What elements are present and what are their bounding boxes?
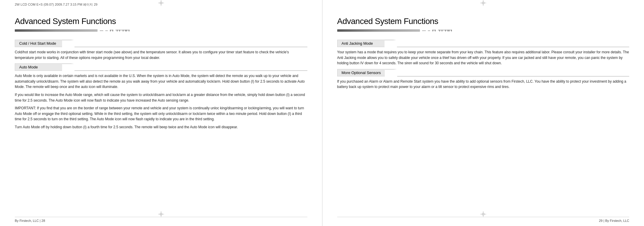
left-section2-line bbox=[74, 63, 307, 71]
rdot10 bbox=[439, 30, 440, 31]
dot8 bbox=[112, 30, 113, 31]
left-section1-header: Cold / Hot Start Mode bbox=[15, 40, 307, 47]
svg-point-8 bbox=[482, 2, 484, 4]
dot5 bbox=[107, 30, 108, 31]
left-section1-body: Cold/hot start mode works in conjunction… bbox=[15, 49, 307, 60]
left-section1: Cold / Hot Start Mode Cold/hot start mod… bbox=[15, 40, 307, 60]
dot20 bbox=[129, 30, 129, 31]
right-section1: Anti Jacking Mode Your system has a mode… bbox=[337, 40, 630, 66]
dot9 bbox=[116, 30, 116, 31]
rdot9 bbox=[438, 30, 439, 31]
left-bar-dots bbox=[98, 29, 307, 32]
rdot1 bbox=[422, 30, 423, 31]
dot13 bbox=[120, 30, 121, 31]
right-section1-p1: Your system has a mode that requires you… bbox=[337, 49, 630, 66]
left-section2: Auto Mode Auto Mode is only available in… bbox=[15, 63, 307, 130]
right-section2-header: More Optional Sensors bbox=[337, 69, 630, 76]
right-sections: Anti Jacking Mode Your system has a mode… bbox=[337, 39, 630, 217]
left-section2-p3: IMPORTANT: If you find that you are on t… bbox=[15, 105, 307, 122]
rdot12 bbox=[442, 30, 442, 31]
rdot18 bbox=[449, 30, 450, 31]
dot1 bbox=[100, 30, 101, 31]
dot11 bbox=[118, 30, 119, 31]
rdot16 bbox=[446, 30, 447, 31]
right-section2: More Optional Sensors If you purchased a… bbox=[337, 69, 630, 90]
right-crosshair-top-icon bbox=[480, 0, 486, 6]
rdot11 bbox=[440, 30, 441, 31]
right-bar-dots bbox=[420, 29, 630, 32]
rdot4 bbox=[428, 30, 429, 31]
left-section2-tab: Auto Mode bbox=[15, 63, 62, 71]
right-footer: 29 | By Firstech, LLC bbox=[337, 217, 630, 222]
right-section1-tab-tail bbox=[385, 40, 396, 40]
right-header-bar bbox=[337, 28, 630, 33]
dot17 bbox=[125, 30, 126, 31]
right-bar-solid bbox=[337, 29, 420, 32]
right-section2-p1: If you purchased an Alarm or Alarm and R… bbox=[337, 79, 630, 90]
left-section2-p2: If you would like to increase the Auto M… bbox=[15, 92, 307, 103]
right-footer-right: 29 | By Firstech, LLC bbox=[599, 219, 629, 222]
right-section2-line bbox=[397, 69, 629, 76]
left-footer: By Firstech, LLC | 28 bbox=[15, 217, 307, 222]
rdot20 bbox=[451, 30, 452, 31]
rdot14 bbox=[444, 30, 445, 31]
rdot17 bbox=[447, 30, 448, 31]
dot18 bbox=[126, 30, 127, 31]
left-footer-left: By Firstech, LLC | 28 bbox=[15, 219, 45, 222]
rdot8 bbox=[435, 30, 436, 31]
rdot15 bbox=[445, 30, 446, 31]
page: 2W LCD COM E+S (09.07) 2009.7.27 3:15 PM… bbox=[0, 0, 644, 226]
dot3 bbox=[102, 30, 103, 31]
left-sections: Cold / Hot Start Mode Cold/hot start mod… bbox=[15, 39, 307, 217]
left-main-title: Advanced System Functions bbox=[15, 17, 307, 26]
dot12 bbox=[119, 30, 120, 31]
left-section2-p4: Turn Auto Mode off by holding down butto… bbox=[15, 124, 307, 130]
rdot13 bbox=[443, 30, 444, 31]
dot14 bbox=[121, 30, 122, 31]
dot4 bbox=[106, 30, 106, 31]
dot19 bbox=[127, 30, 128, 31]
right-section1-line bbox=[397, 40, 630, 47]
right-page: Advanced System Functions bbox=[322, 0, 644, 226]
top-meta: 2W LCD COM E+S (09.07) 2009.7.27 3:15 PM… bbox=[15, 2, 98, 7]
dot7 bbox=[111, 30, 112, 31]
left-section1-tab: Cold / Hot Start Mode bbox=[15, 40, 62, 47]
left-section2-tab-tail bbox=[62, 63, 74, 64]
right-section2-body: If you purchased an Alarm or Alarm and R… bbox=[337, 79, 630, 90]
left-section1-line bbox=[74, 40, 307, 47]
svg-point-2 bbox=[160, 2, 162, 4]
left-page: 2W LCD COM E+S (09.07) 2009.7.27 3:15 PM… bbox=[0, 0, 322, 226]
dot2 bbox=[101, 30, 102, 31]
right-section1-tab: Anti Jacking Mode bbox=[337, 40, 385, 47]
left-section1-p1: Cold/hot start mode works in conjunction… bbox=[15, 49, 307, 60]
rdot7 bbox=[434, 30, 434, 31]
left-title-area: Advanced System Functions bbox=[15, 17, 307, 26]
left-section1-tab-tail bbox=[62, 40, 74, 40]
right-main-title: Advanced System Functions bbox=[337, 17, 630, 26]
crosshair-top-icon bbox=[158, 0, 164, 6]
rdot19 bbox=[450, 30, 451, 31]
right-section1-header: Anti Jacking Mode bbox=[337, 40, 630, 47]
left-section2-body: Auto Mode is only available in certain m… bbox=[15, 73, 307, 130]
right-section2-tab-tail bbox=[385, 69, 397, 70]
right-section1-body: Your system has a mode that requires you… bbox=[337, 49, 630, 66]
dot10 bbox=[117, 30, 118, 31]
right-section2-tab: More Optional Sensors bbox=[337, 69, 385, 76]
rdot2 bbox=[424, 30, 424, 31]
right-title-area: Advanced System Functions bbox=[337, 17, 630, 26]
dot15 bbox=[123, 30, 124, 31]
rdot5 bbox=[429, 30, 430, 31]
rdot6 bbox=[432, 30, 433, 31]
dot6 bbox=[110, 30, 111, 31]
rdot3 bbox=[425, 30, 426, 31]
left-header-bar bbox=[15, 28, 307, 33]
left-bar-solid bbox=[15, 29, 98, 32]
dot16 bbox=[124, 30, 125, 31]
left-section2-header: Auto Mode bbox=[15, 63, 307, 71]
left-section2-p1: Auto Mode is only available in certain m… bbox=[15, 73, 307, 90]
